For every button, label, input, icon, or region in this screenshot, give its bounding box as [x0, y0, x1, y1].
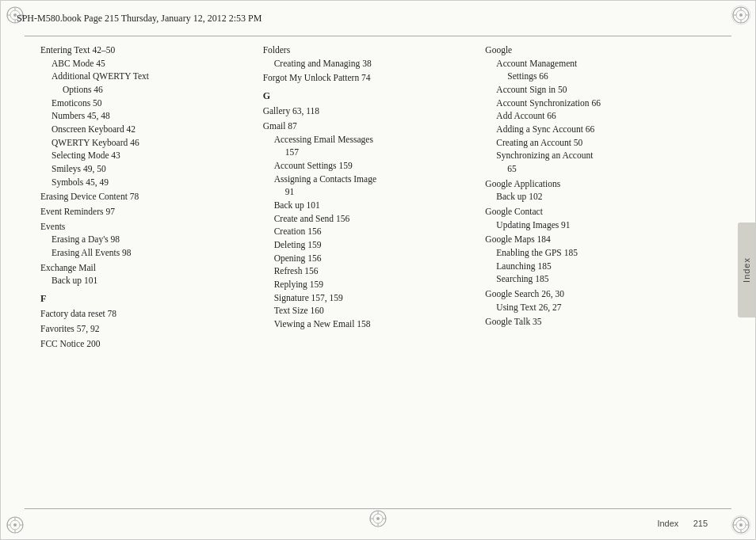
- list-item: Selecting Mode 43: [40, 149, 247, 162]
- list-item: Creating an Account 50: [485, 136, 692, 150]
- list-item: Searching 185: [485, 272, 692, 286]
- list-item: FCC Notice 200: [40, 337, 247, 351]
- list-item: Options 46: [40, 83, 247, 97]
- main-content: Entering Text 42–50ABC Mode 45Additional…: [40, 42, 716, 500]
- top-rule: [25, 36, 731, 36]
- list-item: Create and Send 156: [263, 212, 470, 226]
- list-item: Text Size 160: [263, 304, 470, 318]
- list-item: Refresh 156: [263, 264, 470, 278]
- column-3: GoogleAccount ManagementSettings 66Accou…: [477, 42, 716, 500]
- footer-label: Index 215: [657, 519, 708, 528]
- list-item: Folders: [263, 44, 470, 57]
- header: SPH-M580.book Page 215 Thursday, January…: [1, 7, 755, 29]
- list-item: QWERTY Keyboard 46: [40, 136, 247, 150]
- list-item: Deleting 159: [263, 238, 470, 252]
- list-item: Assigning a Contacts Image: [263, 173, 470, 186]
- column-2: FoldersCreating and Managing 38Forgot My…: [255, 42, 478, 500]
- list-item: Viewing a New Email 158: [263, 318, 470, 331]
- list-item: Factory data reset 78: [40, 307, 247, 321]
- list-item: Numbers 45, 48: [40, 109, 247, 123]
- list-item: Account Sign in 50: [485, 83, 692, 97]
- list-item: Erasing All Events 98: [40, 246, 247, 260]
- list-item: Entering Text 42–50: [40, 44, 247, 57]
- list-item: Replying 159: [263, 278, 470, 291]
- list-item: Add Account 66: [485, 109, 692, 123]
- index-tab-label: Index: [742, 257, 751, 283]
- list-item: Opening 156: [263, 252, 470, 265]
- list-item: Launching 185: [485, 260, 692, 273]
- list-item: Exchange Mail: [40, 261, 247, 275]
- list-item: 65: [485, 162, 692, 176]
- svg-point-32: [376, 517, 380, 520]
- list-item: Creating and Managing 38: [263, 57, 470, 70]
- list-item: G: [263, 89, 470, 103]
- list-item: Erasing a Day's 98: [40, 233, 247, 246]
- list-item: Using Text 26, 27: [485, 301, 692, 314]
- header-text: SPH-M580.book Page 215 Thursday, January…: [17, 13, 262, 25]
- list-item: Account Settings 159: [263, 159, 470, 173]
- list-item: Updating Images 91: [485, 219, 692, 232]
- list-item: Signature 157, 159: [263, 291, 470, 305]
- list-item: Google Search 26, 30: [485, 287, 692, 301]
- list-item: Creation 156: [263, 225, 470, 238]
- list-item: Google Contact: [485, 205, 692, 219]
- list-item: Settings 66: [485, 70, 692, 83]
- column-1: Entering Text 42–50ABC Mode 45Additional…: [40, 42, 255, 500]
- list-item: Symbols 45, 49: [40, 176, 247, 189]
- list-item: Account Management: [485, 57, 692, 70]
- list-item: 91: [263, 185, 470, 199]
- index-tab: Index: [738, 222, 755, 318]
- page: SPH-M580.book Page 215 Thursday, January…: [0, 0, 756, 540]
- list-item: Google: [485, 44, 692, 57]
- list-item: Google Applications: [485, 177, 692, 191]
- list-item: Synchronizing an Account: [485, 149, 692, 162]
- list-item: Account Synchronization 66: [485, 97, 692, 110]
- list-item: Smileys 49, 50: [40, 162, 247, 176]
- list-item: Back up 101: [40, 274, 247, 287]
- list-item: Google Maps 184: [485, 233, 692, 246]
- list-item: Favorites 57, 92: [40, 322, 247, 336]
- list-item: Events: [40, 220, 247, 234]
- list-item: ABC Mode 45: [40, 57, 247, 70]
- list-item: Gallery 63, 118: [263, 105, 470, 118]
- list-item: F: [40, 292, 247, 306]
- list-item: Back up 101: [263, 199, 470, 212]
- list-item: Event Reminders 97: [40, 205, 247, 219]
- list-item: Google Talk 35: [485, 315, 692, 329]
- center-bottom-decoration: [367, 508, 389, 533]
- list-item: 157: [263, 146, 470, 159]
- list-item: Enabling the GPS 185: [485, 246, 692, 260]
- list-item: Forgot My Unlock Pattern 74: [263, 71, 470, 85]
- list-item: Gmail 87: [263, 120, 470, 133]
- list-item: Additional QWERTY Text: [40, 70, 247, 83]
- list-item: Onscreen Keyboard 42: [40, 123, 247, 136]
- list-item: Erasing Device Content 78: [40, 190, 247, 203]
- list-item: Accessing Email Messages: [263, 133, 470, 146]
- list-item: Emoticons 50: [40, 97, 247, 110]
- list-item: Back up 102: [485, 190, 692, 203]
- list-item: Adding a Sync Account 66: [485, 123, 692, 136]
